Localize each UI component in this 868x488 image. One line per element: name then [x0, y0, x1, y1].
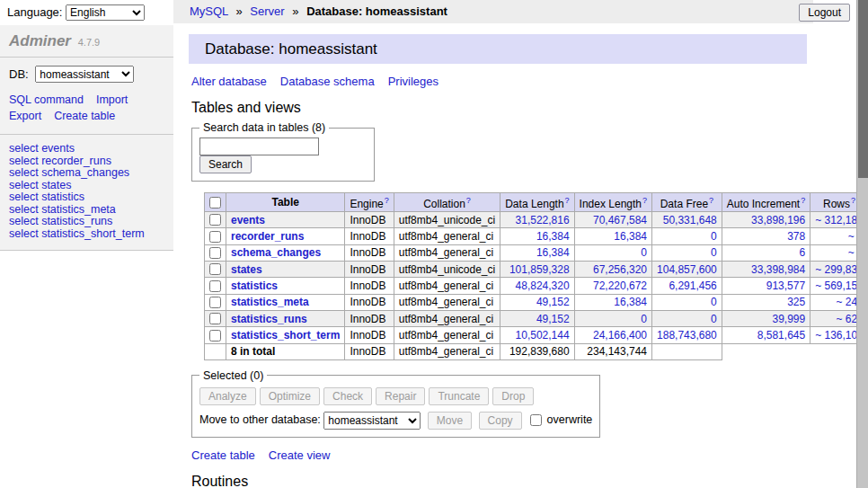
sidebar-select-states[interactable]: select states	[9, 180, 164, 191]
db-links: Alter databaseDatabase schemaPrivileges	[191, 75, 856, 89]
help-icon[interactable]: ?	[466, 196, 471, 205]
table-name-cell: statistics_runs	[226, 310, 345, 326]
row-checkbox[interactable]	[209, 231, 221, 243]
row-checkbox[interactable]	[209, 313, 221, 324]
search-input[interactable]	[199, 138, 319, 155]
sidebar-action-import[interactable]: Import	[96, 93, 128, 106]
index-length-link[interactable]: 72,220,672	[593, 279, 647, 292]
data-free-link[interactable]: 6,291,456	[669, 279, 716, 292]
table-links: select eventsselect recorder_runsselect …	[0, 135, 173, 250]
help-icon[interactable]: ?	[642, 196, 647, 205]
row-checkbox[interactable]	[209, 214, 221, 226]
scrollbar[interactable]	[856, 0, 868, 488]
data-free-link[interactable]: 0	[711, 230, 717, 243]
data-free-link[interactable]: 0	[711, 313, 717, 325]
table-link-events[interactable]: events	[231, 214, 265, 226]
data-length-link[interactable]: 16,384	[536, 246, 570, 259]
data-length-link[interactable]: 10,502,144	[516, 329, 570, 342]
data-length-link[interactable]: 48,824,320	[516, 279, 570, 292]
sidebar-select-statistics[interactable]: select statistics	[9, 191, 164, 203]
auto-increment-link[interactable]: 33,398,984	[751, 263, 805, 276]
index-length-link[interactable]: 0	[641, 313, 647, 325]
table-link-statistics[interactable]: statistics	[231, 279, 278, 292]
database-schema-link[interactable]: Database schema	[280, 75, 375, 88]
sidebar-action-create-table[interactable]: Create table	[54, 110, 115, 122]
table-link-schema-changes[interactable]: schema_changes	[231, 246, 321, 259]
sidebar-select-events[interactable]: select events	[9, 143, 164, 155]
create-table-link[interactable]: Create table	[191, 448, 255, 462]
help-icon[interactable]: ?	[565, 196, 570, 205]
table-link-statistics-meta[interactable]: statistics_meta	[231, 296, 309, 308]
data-length-link[interactable]: 49,152	[536, 313, 570, 325]
row-checkbox[interactable]	[209, 330, 221, 342]
help-icon[interactable]: ?	[385, 196, 389, 205]
row-checkbox[interactable]	[209, 263, 221, 275]
index-length-link[interactable]: 0	[641, 246, 647, 259]
row-checkbox[interactable]	[209, 247, 221, 259]
help-icon[interactable]: ?	[851, 196, 855, 205]
tables-body: eventsInnoDButf8mb4_unicode_ci31,522,816…	[205, 212, 868, 344]
table-link-statistics-runs[interactable]: statistics_runs	[231, 313, 307, 325]
move-db-select[interactable]: homeassistant	[323, 412, 421, 430]
app-version[interactable]: 4.7.9	[78, 37, 100, 48]
sidebar-select-statistics-runs[interactable]: select statistics_runs	[9, 216, 164, 227]
help-icon[interactable]: ?	[801, 196, 805, 205]
data-length-link[interactable]: 101,859,328	[509, 263, 570, 276]
select-all-checkbox[interactable]	[209, 197, 221, 209]
privileges-link[interactable]: Privileges	[388, 75, 438, 88]
engine-cell: InnoDB	[345, 212, 394, 228]
sidebar-action-sql-command[interactable]: SQL command	[9, 93, 84, 106]
create-view-link[interactable]: Create view	[269, 448, 331, 462]
auto-increment-link[interactable]: 39,999	[772, 313, 805, 325]
auto-increment-link[interactable]: 6	[799, 246, 805, 259]
data-free-link[interactable]: 0	[711, 296, 717, 308]
auto-increment-link[interactable]: 33,898,196	[751, 214, 805, 226]
data-free-link[interactable]: 50,331,648	[663, 214, 717, 226]
db-select[interactable]: homeassistant	[35, 66, 134, 83]
scrollbar-thumb[interactable]	[858, 0, 868, 178]
index-length-link[interactable]: 67,256,320	[593, 263, 647, 276]
total-label: 8 in total	[226, 343, 345, 359]
row-checkbox-cell	[205, 244, 226, 261]
auto-increment-link[interactable]: 378	[787, 230, 805, 243]
index-length-link[interactable]: 16,384	[614, 230, 647, 243]
overwrite-checkbox[interactable]	[530, 414, 542, 426]
data-free-link[interactable]: 104,857,600	[657, 263, 717, 276]
data-free-link[interactable]: 0	[711, 246, 717, 259]
column-header-collation: Collation?	[394, 193, 500, 212]
data-length-cell: 16,384	[500, 228, 574, 244]
collation-cell: utf8mb4_general_ci	[394, 228, 500, 244]
row-checkbox[interactable]	[209, 297, 221, 308]
alter-database-link[interactable]: Alter database	[191, 75, 267, 88]
sidebar-action-export[interactable]: Export	[9, 110, 41, 122]
app-name-link[interactable]: Adminer	[9, 32, 71, 49]
auto-increment-link[interactable]: 8,581,645	[757, 329, 805, 342]
language-select[interactable]: English	[66, 4, 145, 21]
data-length-link[interactable]: 31,522,816	[516, 214, 570, 226]
data-length-link[interactable]: 16,384	[536, 230, 570, 243]
table-link-statistics-short-term[interactable]: statistics_short_term	[231, 329, 340, 342]
data-length-link[interactable]: 49,152	[536, 296, 570, 308]
breadcrumb-link-server[interactable]: Server	[250, 4, 284, 18]
search-button[interactable]: Search	[199, 155, 252, 173]
sidebar-select-statistics-short-term[interactable]: select statistics_short_term	[9, 228, 164, 240]
data-length-cell: 10,502,144	[500, 327, 574, 343]
auto-increment-link[interactable]: 913,577	[766, 279, 805, 292]
sidebar-select-recorder-runs[interactable]: select recorder_runs	[9, 155, 164, 167]
row-checkbox-cell	[205, 294, 226, 310]
table-row: statistics_runsInnoDButf8mb4_general_ci4…	[205, 310, 868, 326]
table-link-recorder-runs[interactable]: recorder_runs	[231, 230, 304, 243]
index-length-link[interactable]: 24,166,400	[593, 329, 647, 342]
logout-button[interactable]: Logout	[799, 4, 850, 22]
row-checkbox[interactable]	[209, 280, 221, 292]
index-length-link[interactable]: 16,384	[614, 296, 647, 308]
auto-increment-link[interactable]: 325	[787, 296, 805, 308]
table-link-states[interactable]: states	[231, 263, 262, 276]
index-length-link[interactable]: 70,467,584	[593, 214, 647, 226]
data-free-link[interactable]: 188,743,680	[657, 329, 717, 342]
sidebar-select-schema-changes[interactable]: select schema_changes	[9, 167, 164, 179]
sidebar-select-statistics-meta[interactable]: select statistics_meta	[9, 204, 164, 216]
collation-cell: utf8mb4_general_ci	[394, 310, 500, 326]
help-icon[interactable]: ?	[709, 196, 713, 205]
breadcrumb-link-mysql[interactable]: MySQL	[190, 4, 228, 18]
